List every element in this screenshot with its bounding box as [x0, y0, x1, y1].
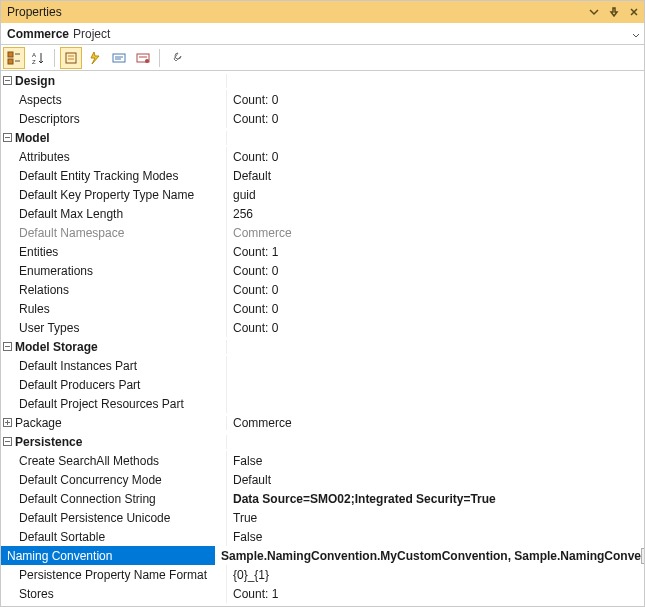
- expand-icon[interactable]: [3, 418, 12, 427]
- prop-stores[interactable]: StoresCount: 1: [1, 584, 644, 603]
- window-options-button[interactable]: [584, 2, 604, 22]
- collapse-icon[interactable]: [3, 342, 12, 351]
- prop-user-types[interactable]: User TypesCount: 0: [1, 318, 644, 337]
- svg-rect-1: [8, 59, 13, 64]
- prop-aspects[interactable]: AspectsCount: 0: [1, 90, 644, 109]
- prop-default-connection-string[interactable]: Default Connection StringData Source=SMO…: [1, 489, 644, 508]
- prop-relations[interactable]: RelationsCount: 0: [1, 280, 644, 299]
- svg-point-14: [145, 59, 149, 63]
- category-model[interactable]: Model: [1, 128, 644, 147]
- properties-tab-button[interactable]: [60, 47, 82, 69]
- properties-toolbar: AZ: [1, 45, 644, 71]
- alphabetical-button[interactable]: AZ: [27, 47, 49, 69]
- category-model-storage[interactable]: Model Storage: [1, 337, 644, 356]
- overrides-button[interactable]: [132, 47, 154, 69]
- prop-default-instances-part[interactable]: Default Instances Part: [1, 356, 644, 375]
- svg-text:A: A: [32, 52, 36, 58]
- pin-button[interactable]: [604, 2, 624, 22]
- events-tab-button[interactable]: [84, 47, 106, 69]
- svg-rect-9: [113, 54, 125, 62]
- prop-default-entity-tracking-modes[interactable]: Default Entity Tracking ModesDefault: [1, 166, 644, 185]
- prop-default-producers-part[interactable]: Default Producers Part: [1, 375, 644, 394]
- category-persistence[interactable]: Persistence: [1, 432, 644, 451]
- prop-naming-convention[interactable]: Naming Convention Sample.NamingConventio…: [1, 546, 644, 565]
- prop-persistence-property-name-format[interactable]: Persistence Property Name Format{0}_{1}: [1, 565, 644, 584]
- svg-rect-6: [66, 53, 76, 63]
- collapse-icon[interactable]: [3, 133, 12, 142]
- toolbar-separator: [159, 49, 160, 67]
- property-grid[interactable]: Design AspectsCount: 0 DescriptorsCount:…: [1, 71, 644, 606]
- messages-button[interactable]: [108, 47, 130, 69]
- prop-enumerations[interactable]: EnumerationsCount: 0: [1, 261, 644, 280]
- categorized-button[interactable]: [3, 47, 25, 69]
- properties-panel: Properties Commerce Project AZ: [0, 0, 645, 607]
- prop-entities[interactable]: EntitiesCount: 1: [1, 242, 644, 261]
- chevron-down-icon: [632, 29, 640, 43]
- panel-title: Properties: [7, 5, 62, 19]
- prop-default-concurrency-mode[interactable]: Default Concurrency ModeDefault: [1, 470, 644, 489]
- prop-default-max-length[interactable]: Default Max Length256: [1, 204, 644, 223]
- prop-default-persistence-unicode[interactable]: Default Persistence UnicodeTrue: [1, 508, 644, 527]
- selected-object-type: Project: [73, 27, 110, 41]
- prop-descriptors[interactable]: DescriptorsCount: 0: [1, 109, 644, 128]
- category-package[interactable]: Package Commerce: [1, 413, 644, 432]
- prop-attributes[interactable]: AttributesCount: 0: [1, 147, 644, 166]
- collapse-icon[interactable]: [3, 437, 12, 446]
- panel-titlebar: Properties: [1, 1, 644, 23]
- prop-default-project-resources-part[interactable]: Default Project Resources Part: [1, 394, 644, 413]
- naming-convention-value: Sample.NamingConvention.MyCustomConventi…: [221, 549, 641, 563]
- svg-rect-0: [8, 52, 13, 57]
- wrench-button[interactable]: [165, 47, 187, 69]
- svg-text:Z: Z: [32, 59, 36, 65]
- category-design[interactable]: Design: [1, 71, 644, 90]
- collapse-icon[interactable]: [3, 76, 12, 85]
- prop-default-sortable[interactable]: Default SortableFalse: [1, 527, 644, 546]
- dropdown-button[interactable]: [641, 548, 644, 564]
- prop-rules[interactable]: RulesCount: 0: [1, 299, 644, 318]
- toolbar-separator: [54, 49, 55, 67]
- close-button[interactable]: [624, 2, 644, 22]
- selected-object-name: Commerce: [7, 27, 69, 41]
- object-selector[interactable]: Commerce Project: [1, 23, 644, 45]
- prop-default-namespace: Default NamespaceCommerce: [1, 223, 644, 242]
- prop-default-key-property-type-name[interactable]: Default Key Property Type Nameguid: [1, 185, 644, 204]
- prop-create-searchall-methods[interactable]: Create SearchAll MethodsFalse: [1, 451, 644, 470]
